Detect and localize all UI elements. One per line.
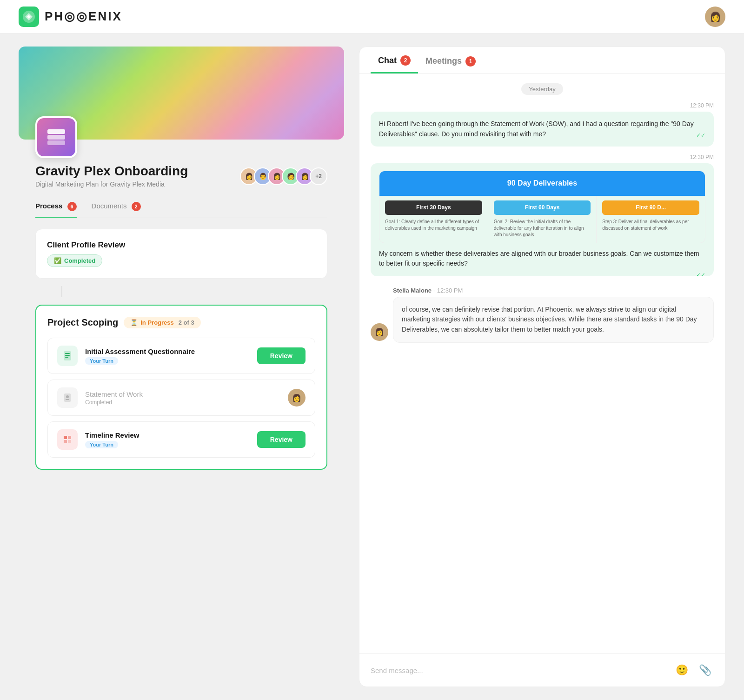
project-logo [35,116,77,158]
tab-process[interactable]: Process 6 [35,197,77,217]
message-3-bubble: of course, we can definitely revise that… [393,297,714,343]
svg-rect-4 [65,357,68,358]
timeline-review-button[interactable]: Review [257,431,306,448]
project-subtitle: Digital Marketing Plan for Gravity Plex … [35,180,188,188]
svg-rect-9 [68,436,71,439]
chat-input[interactable] [371,667,667,674]
check-icon: ✅ [54,257,61,264]
tab-chat[interactable]: Chat 2 [371,47,418,73]
scoping-status-text: In Progress [140,319,174,326]
questionnaire-title: Initial Assessment Questionnaire [85,347,250,355]
message-1-time: 12:30 PM [371,102,714,109]
message-1: 12:30 PM Hi Robert! I've been going thro… [371,102,714,147]
team-avatars: 👩 👨 👩 🧑 👩 +2 [240,167,327,185]
svg-rect-7 [66,399,69,400]
svg-rect-10 [64,440,67,443]
doc-col-30-text: Goal 1: Clearly define all the different… [385,219,482,232]
questionnaire-badge: Your Turn [85,357,118,365]
user-avatar-header[interactable]: 👩 [705,7,725,27]
message-2-follow-text: My concern is whether these deliverables… [379,249,705,269]
date-divider: Yesterday [371,83,714,95]
left-panel: Gravity Plex Onboarding Digital Marketin… [19,47,344,687]
logo-area: PH◎◎ENIX [19,7,122,27]
client-profile-title: Client Profile Review [47,240,316,250]
project-title: Gravity Plex Onboarding [35,164,188,179]
message-2-time: 12:30 PM [371,154,714,160]
attachment-button[interactable]: 📎 [696,661,714,679]
project-title-area: Gravity Plex Onboarding Digital Marketin… [35,164,188,188]
doc-col-90-header: First 90 D... [602,200,699,215]
doc-card: 90 Day Deliverables First 30 Days Goal 1… [379,171,705,243]
sub-item-questionnaire: Initial Assessment Questionnaire Your Tu… [47,338,315,374]
message-3-sender: Stella Malone - 12:30 PM [393,287,714,294]
project-header: Gravity Plex Onboarding Digital Marketin… [19,158,344,188]
project-scoping-card: Project Scoping ⏳ In Progress 2 of 3 [35,305,327,470]
chat-input-area: 🙂 📎 [359,653,725,687]
svg-rect-8 [64,436,67,439]
message-1-text: Hi Robert! I've been going through the S… [379,120,694,138]
doc-col-60: First 60 Days Goal 2: Review the initial… [488,196,597,243]
svg-rect-11 [68,440,71,443]
tab-meetings-label: Meetings [425,56,462,66]
progress-icon: ⏳ [130,319,138,326]
message-1-check: ✓✓ [696,131,705,140]
svg-rect-3 [65,355,70,356]
questionnaire-review-button[interactable]: Review [257,347,306,364]
message-3-text: of course, we can definitely revise that… [402,306,697,333]
tab-process-label: Process [35,202,62,210]
doc-col-30-header: First 30 Days [385,200,482,215]
statement-status: Completed [85,399,280,406]
tab-documents[interactable]: Documents 2 [92,197,141,217]
tab-meetings[interactable]: Meetings 1 [418,47,483,73]
sub-item-timeline: Timeline Review Your Turn Review [47,421,315,458]
statement-icon [57,387,78,408]
timeline-title: Timeline Review [85,431,250,439]
process-content: Client Profile Review ✅ Completed Projec… [19,218,344,481]
tab-chat-badge: 2 [400,55,411,66]
message-2: 12:30 PM 90 Day Deliverables First 30 Da… [371,154,714,279]
stella-avatar: 👩 [371,323,388,341]
tab-chat-label: Chat [378,56,397,66]
app-header: PH◎◎ENIX 👩 [0,0,744,33]
doc-col-60-header: First 60 Days [494,200,591,215]
main-container: Gravity Plex Onboarding Digital Marketin… [0,33,744,700]
doc-card-title: 90 Day Deliverables [379,171,705,196]
logo-text: PH◎◎ENIX [45,9,122,24]
connector-line [61,286,62,297]
doc-col-90-text: Step 3: Deliver all final deliverables a… [602,219,699,232]
message-2-bubble: 90 Day Deliverables First 30 Days Goal 1… [371,163,714,276]
scoping-progress: 2 of 3 [179,319,194,326]
message-3: 👩 Stella Malone - 12:30 PM of course, we… [371,287,714,343]
questionnaire-content: Initial Assessment Questionnaire Your Tu… [85,347,250,365]
right-panel: Chat 2 Meetings 1 Yesterday 12:30 PM Hi … [359,47,725,687]
doc-col-60-text: Goal 2: Review the initial drafts of the… [494,219,591,238]
message-2-check: ✓✓ [696,271,705,280]
doc-col-30: First 30 Days Goal 1: Clearly define all… [379,196,488,243]
message-3-content: Stella Malone - 12:30 PM of course, we c… [393,287,714,343]
client-profile-status-text: Completed [64,257,95,264]
project-logo-inner [47,129,65,145]
tab-documents-label: Documents [92,202,127,210]
doc-col-90: First 90 D... Step 3: Deliver all final … [597,196,705,243]
statement-title: Statement of Work [85,390,280,398]
tab-process-badge: 6 [67,202,77,211]
tab-documents-badge: 2 [132,202,141,211]
stack-layer-middle [47,135,65,140]
tab-meetings-badge: 1 [465,56,476,67]
client-profile-card: Client Profile Review ✅ Completed [35,229,327,279]
message-1-bubble: Hi Robert! I've been going through the S… [371,112,714,147]
chat-messages: Yesterday 12:30 PM Hi Robert! I've been … [359,74,725,653]
sub-item-statement: Statement of Work Completed 👩 [47,380,315,416]
team-avatar-more[interactable]: +2 [310,167,327,185]
scoping-title-group: Project Scoping [47,317,118,328]
stack-layer-bottom [47,140,65,145]
scoping-header: Project Scoping ⏳ In Progress 2 of 3 [47,317,315,328]
timeline-badge: Your Turn [85,441,118,448]
scoping-status: ⏳ In Progress 2 of 3 [124,317,201,328]
questionnaire-icon [57,346,78,366]
emoji-button[interactable]: 🙂 [673,661,691,679]
svg-rect-2 [65,353,70,354]
sender-name-text: Stella Malone [393,287,432,294]
client-profile-status: ✅ Completed [47,254,102,267]
timeline-icon [57,429,78,450]
